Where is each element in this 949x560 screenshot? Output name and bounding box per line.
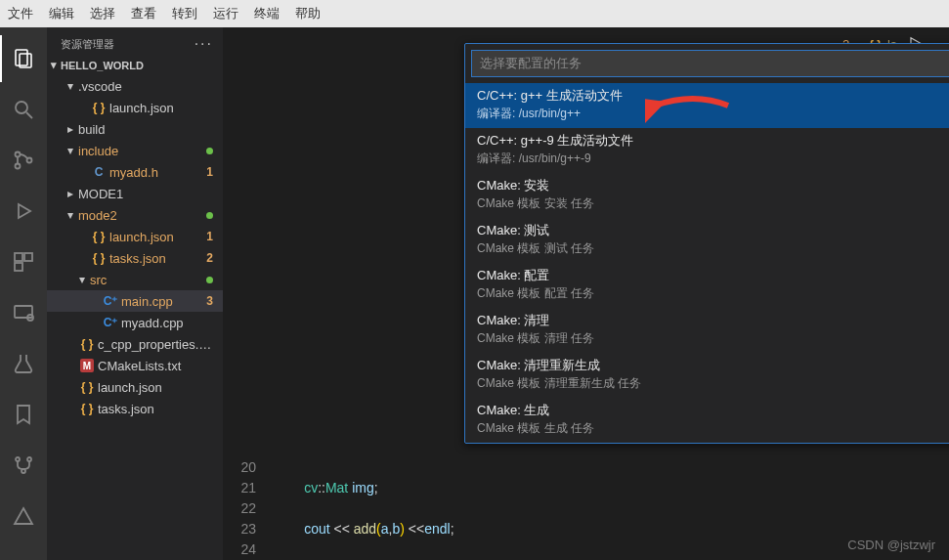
qi-subtitle: CMake 模板 安装 任务 (477, 195, 949, 212)
activity-scm-icon[interactable] (0, 137, 47, 184)
quick-input-item[interactable]: CMake: 测试CMake 模板 测试 任务 (465, 218, 949, 263)
editor-area: 2 { } la ▾ 选择要配置的任务 C/C++: g++ 生成活动文件编译器… (223, 27, 949, 560)
line-number: 23 (235, 519, 274, 539)
activity-extensions-icon[interactable] (0, 238, 47, 285)
code-line[interactable]: 22 (235, 498, 949, 519)
quick-input-item[interactable]: CMake: 清理重新生成CMake 模板 清理重新生成 任务 (465, 353, 949, 398)
quick-input-search[interactable]: 选择要配置的任务 (471, 50, 949, 77)
tree-label: launch.json (109, 101, 213, 115)
tree-item[interactable]: { }c_cpp_properties.json (47, 333, 223, 355)
tree-label: mode2 (78, 208, 206, 223)
menu-item[interactable]: 文件 (8, 5, 33, 22)
tree-item[interactable]: ▾mode2 (47, 204, 223, 226)
watermark: CSDN @jstzwjr (847, 538, 935, 552)
tree-item[interactable]: ▾src (47, 269, 223, 290)
tree-item[interactable]: ▸MODE1 (47, 183, 223, 204)
tree-item[interactable]: C⁺main.cpp3 (47, 290, 223, 312)
json-icon: { } (90, 101, 108, 114)
tree-item[interactable]: { }launch.json (47, 97, 223, 118)
code-line[interactable]: 23 cout << add(a,b) <<endl; (235, 519, 949, 539)
modified-dot-icon (206, 277, 213, 283)
json-icon: { } (90, 251, 108, 265)
menu-item[interactable]: 转到 (172, 5, 197, 22)
quick-input-item[interactable]: CMake: 清理CMake 模板 清理 任务 (465, 308, 949, 353)
tree-label: include (78, 144, 206, 158)
qi-title: CMake: 清理 (477, 312, 949, 329)
menu-item[interactable]: 查看 (131, 5, 156, 22)
explorer-more-icon[interactable]: ··· (194, 35, 213, 53)
modified-dot-icon (206, 148, 213, 154)
svg-rect-8 (15, 253, 22, 261)
quick-input-item[interactable]: CMake: 生成CMake 模板 生成 任务 (465, 398, 949, 443)
svg-rect-10 (15, 263, 22, 271)
tree-item[interactable]: { }tasks.json2 (47, 247, 223, 269)
tree-item[interactable]: MCMakeLists.txt (47, 355, 223, 376)
tree-item[interactable]: ▾include (47, 140, 223, 161)
tree-item[interactable]: Cmyadd.h1 (47, 161, 223, 183)
qi-subtitle: CMake 模板 测试 任务 (477, 240, 949, 257)
menu-item[interactable]: 选择 (90, 5, 115, 22)
menu-item[interactable]: 帮助 (295, 5, 321, 22)
chevron-icon: ▾ (63, 208, 78, 222)
line-number: 21 (235, 478, 274, 498)
git-badge: 3 (206, 294, 213, 308)
json-icon: { } (78, 380, 96, 394)
activity-triangle-icon[interactable] (0, 493, 47, 539)
menu-item[interactable]: 终端 (254, 5, 280, 22)
tree-label: main.cpp (121, 294, 206, 309)
quick-input-item[interactable]: CMake: 配置CMake 模板 配置 任务 (465, 263, 949, 308)
menu-item[interactable]: 编辑 (49, 5, 74, 22)
git-badge: 1 (206, 165, 213, 179)
git-badge: 2 (206, 251, 213, 265)
project-root[interactable]: ▾ HELLO_WORLD (47, 57, 223, 75)
tree-label: myadd.cpp (121, 316, 213, 330)
qi-title: CMake: 测试 (477, 222, 949, 239)
code-editor[interactable]: 2021 cv::Mat img;2223 cout << add(a,b) <… (235, 457, 949, 560)
annotation-arrow (645, 86, 733, 129)
svg-point-14 (27, 457, 31, 461)
qi-title: CMake: 清理重新生成 (477, 357, 949, 374)
qi-title: CMake: 配置 (477, 267, 949, 284)
qi-title: CMake: 安装 (477, 177, 949, 194)
line-number: 20 (235, 457, 274, 478)
tree-label: launch.json (109, 230, 206, 244)
quick-input-item[interactable]: C/C++: g++-9 生成活动文件编译器: /usr/bin/g++-9 (465, 128, 949, 173)
project-name: HELLO_WORLD (61, 60, 144, 71)
activity-debug-icon[interactable] (0, 188, 47, 235)
activity-explorer-icon[interactable] (0, 35, 47, 82)
tree-label: c_cpp_properties.json (98, 337, 213, 352)
tree-item[interactable]: C⁺myadd.cpp (47, 312, 223, 333)
explorer-sidebar: 资源管理器 ··· ▾ HELLO_WORLD ▾.vscode{ }launc… (47, 27, 223, 560)
code-line[interactable]: 21 cv::Mat img; (235, 478, 949, 498)
tree-label: launch.json (98, 380, 213, 395)
tree-item[interactable]: { }tasks.json (47, 398, 223, 419)
activity-git-icon[interactable] (0, 442, 47, 489)
code-line[interactable]: 24 (235, 539, 949, 560)
tree-item[interactable]: ▸build (47, 118, 223, 140)
qi-title: C/C++: g++-9 生成活动文件 (477, 132, 949, 150)
svg-point-2 (16, 102, 27, 113)
menu-bar: 文件编辑选择查看转到运行终端帮助 (0, 0, 949, 27)
tree-label: src (90, 273, 206, 287)
quick-input-item[interactable]: CMake: 安装CMake 模板 安装 任务 (465, 173, 949, 218)
qi-subtitle: CMake 模板 清理 任务 (477, 330, 949, 347)
tree-item[interactable]: ▾.vscode (47, 75, 223, 97)
activity-search-icon[interactable] (0, 86, 47, 133)
svg-point-6 (27, 158, 32, 163)
qi-title: CMake: 生成 (477, 402, 949, 419)
svg-line-3 (26, 112, 32, 118)
activity-remote-icon[interactable] (0, 289, 47, 336)
cpp-icon: C⁺ (102, 294, 119, 308)
chevron-icon: ▾ (63, 144, 78, 157)
svg-point-13 (16, 457, 20, 461)
tree-item[interactable]: { }launch.json (47, 376, 223, 398)
tree-label: MODE1 (78, 187, 213, 201)
tree-item[interactable]: { }launch.json1 (47, 226, 223, 247)
modified-dot-icon (206, 212, 213, 219)
code-line[interactable]: 20 (235, 457, 949, 478)
menu-item[interactable]: 运行 (213, 5, 238, 22)
svg-rect-9 (24, 253, 32, 261)
qi-subtitle: CMake 模板 清理重新生成 任务 (477, 375, 949, 392)
activity-bookmark-icon[interactable] (0, 391, 47, 438)
activity-test-icon[interactable] (0, 340, 47, 387)
